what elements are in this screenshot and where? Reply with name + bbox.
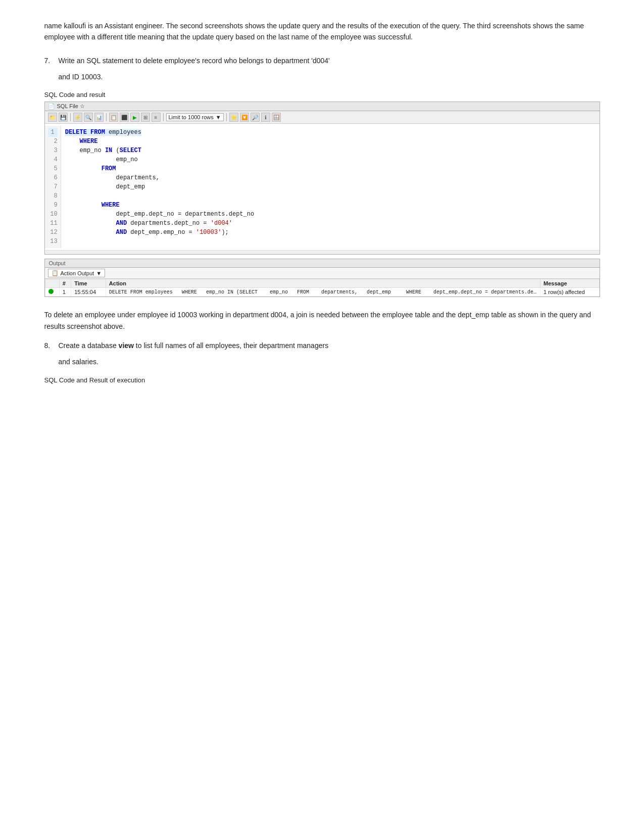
q8-text-after: to list full names of all employees, the…	[134, 341, 328, 350]
row-action: DELETE FROM employees WHERE emp_no IN (S…	[106, 288, 540, 297]
description-text: To delete an employee under employee id …	[44, 309, 600, 332]
page-content: name kalloufi is an Assistant engineer. …	[44, 20, 600, 384]
row-status-dot	[45, 288, 59, 297]
col-message: Message	[540, 279, 599, 288]
toolbar-sep-2	[106, 113, 107, 121]
toolbar-explain-icon[interactable]: 📊	[94, 113, 104, 122]
intro-text: name kalloufi is an Assistant engineer. …	[44, 20, 600, 43]
output-tabs[interactable]: 📋 Action Output ▼	[45, 268, 600, 279]
sql-title: SQL File ☆	[57, 103, 85, 110]
toolbar-info-icon[interactable]: ℹ	[261, 113, 270, 122]
toolbar-grid-icon[interactable]: ⊞	[141, 113, 150, 122]
toolbar-save-icon[interactable]: 💾	[59, 113, 68, 122]
line-numbers: 1 2 3 4 5 6 7 8 9 10 11 12 13	[45, 126, 61, 248]
toolbar-sep-1	[70, 113, 71, 121]
limit-label: Limit to 1000 rows	[169, 114, 214, 120]
sql-file-icon: 📄	[48, 103, 55, 110]
toolbar-star-icon[interactable]: ⭐	[229, 113, 238, 122]
toolbar-sep-3	[163, 113, 164, 121]
section-label-8: SQL Code and Result of execution	[44, 376, 600, 384]
question-7-line: 7. Write an SQL statement to delete empl…	[44, 55, 600, 67]
col-status	[45, 279, 59, 288]
output-table: # Time Action Message 1 15:55:04 DELETE …	[45, 279, 600, 297]
toolbar-sep-4	[226, 113, 227, 121]
question-8-block: 8. Create a database view to list full n…	[44, 340, 600, 384]
success-indicator	[48, 289, 54, 294]
sql-titlebar: 📄 SQL File ☆	[45, 102, 600, 111]
section-label-7: SQL Code and result	[44, 91, 600, 99]
col-action: Action	[106, 279, 540, 288]
toolbar-run2-icon[interactable]: ▶	[130, 113, 139, 122]
q8-text-before: Create a database	[59, 341, 119, 350]
toolbar-open-icon[interactable]: 📁	[48, 113, 57, 122]
tab-arrow: ▼	[96, 270, 102, 276]
question-8-text: Create a database view to list full name…	[59, 340, 600, 352]
toolbar-zoom-icon[interactable]: 🔎	[251, 113, 260, 122]
output-panel: Output 📋 Action Output ▼ # Time Action M…	[44, 259, 600, 297]
toolbar-window-icon[interactable]: 🪟	[272, 113, 281, 122]
output-row-1: 1 15:55:04 DELETE FROM employees WHERE e…	[45, 288, 599, 297]
question-8-subtext: and salaries.	[44, 356, 600, 368]
code-content[interactable]: DELETE FROM employees WHERE emp_no IN (S…	[61, 126, 600, 248]
toolbar-copy-icon[interactable]: 📋	[109, 113, 118, 122]
sql-toolbar[interactable]: 📁 💾 ⚡ 🔍 📊 📋 ⬛ ▶ ⊞ ≡ Limit to 1000 rows ▼	[45, 111, 600, 124]
toolbar-list-icon[interactable]: ≡	[152, 113, 161, 122]
question-8-line: 8. Create a database view to list full n…	[44, 340, 600, 352]
question-7-text: Write an SQL statement to delete employe…	[59, 55, 600, 67]
sql-editor-window: 📄 SQL File ☆ 📁 💾 ⚡ 🔍 📊 📋 ⬛ ▶ ⊞ ≡ Limit t…	[44, 102, 600, 255]
row-time: 15:55:04	[71, 288, 106, 297]
horizontal-scrollbar[interactable]	[45, 250, 600, 254]
question-7-number: 7.	[44, 55, 55, 67]
output-table-header-row: # Time Action Message	[45, 279, 599, 288]
question-8-number: 8.	[44, 340, 55, 352]
tab-label: Action Output	[61, 270, 94, 276]
col-num: #	[59, 279, 71, 288]
q8-bold-word: view	[119, 341, 134, 350]
sql-editor-area[interactable]: 1 2 3 4 5 6 7 8 9 10 11 12 13 DELETE FRO…	[45, 124, 600, 250]
toolbar-stop-icon[interactable]: ⬛	[120, 113, 129, 122]
row-message: 1 row(s) affected	[540, 288, 599, 297]
question-7-block: 7. Write an SQL statement to delete empl…	[44, 55, 600, 298]
limit-arrow: ▼	[216, 114, 221, 120]
toolbar-filter-icon[interactable]: 🔽	[240, 113, 249, 122]
action-output-tab[interactable]: 📋 Action Output ▼	[48, 269, 106, 277]
question-7-subtext: and ID 10003.	[44, 71, 600, 83]
col-time: Time	[71, 279, 106, 288]
tab-icon: 📋	[52, 270, 59, 276]
toolbar-limit-dropdown[interactable]: Limit to 1000 rows ▼	[166, 113, 224, 121]
toolbar-search-icon[interactable]: 🔍	[84, 113, 93, 122]
row-num: 1	[59, 288, 71, 297]
output-header: Output	[45, 259, 600, 268]
toolbar-run-icon[interactable]: ⚡	[73, 113, 82, 122]
